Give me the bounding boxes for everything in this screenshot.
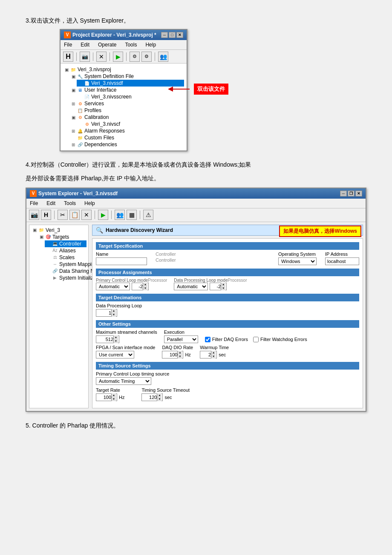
- sys-sep4: [140, 211, 140, 219]
- timeout-spin-up[interactable]: ▲: [157, 393, 161, 397]
- sys-run-btn[interactable]: ▶: [98, 210, 108, 220]
- tree-profiles[interactable]: 📋 Profiles: [70, 107, 184, 114]
- sys-del-btn[interactable]: ✕: [81, 210, 92, 220]
- sys-menu-help[interactable]: Help: [83, 199, 97, 207]
- expander-calibration: ▣: [70, 115, 77, 120]
- sys-people-btn[interactable]: 👥: [115, 210, 125, 220]
- trate-spin-down[interactable]: ▼: [111, 397, 116, 401]
- timeout-input[interactable]: [142, 395, 157, 400]
- daq-spin-up[interactable]: ▲: [177, 351, 182, 355]
- sys-tree-sysinit[interactable]: ▶ System Initialization: [45, 275, 86, 281]
- menu-tools[interactable]: Tools: [123, 41, 138, 49]
- sys-tree-veri3[interactable]: ▣ 📁 Veri_3: [31, 227, 86, 234]
- daq-rate-unit: Hz: [185, 352, 190, 357]
- tree-sdf[interactable]: ▣ 🔧 System Definition File: [70, 73, 184, 80]
- snap-button[interactable]: 📷: [80, 52, 90, 62]
- data-spin-down[interactable]: ▼: [221, 286, 225, 290]
- sys-menu-edit[interactable]: Edit: [45, 199, 57, 207]
- sys-tree-sysmapping[interactable]: ↔ System Mappings: [45, 261, 86, 268]
- maximize-button[interactable]: □: [169, 32, 176, 38]
- sys-close-btn[interactable]: ✕: [355, 191, 362, 197]
- sys-cut-btn[interactable]: ✂: [58, 210, 68, 220]
- save-button[interactable]: H: [63, 52, 73, 62]
- timeout-label: Timing Source Timeout: [141, 387, 190, 393]
- menu-help[interactable]: Help: [144, 41, 158, 49]
- tree-dependencies[interactable]: ⊞ 🔗 Dependencies: [70, 141, 184, 148]
- expander-alarm: ⊞: [70, 129, 77, 133]
- sys-menu-file[interactable]: File: [28, 199, 40, 207]
- daq-spin-down[interactable]: ▼: [177, 355, 182, 358]
- expander-screen: [77, 95, 84, 99]
- data-mode-select[interactable]: Automatic: [174, 283, 208, 290]
- sys-window-controls[interactable]: ─ ❐ ✕: [340, 191, 362, 197]
- sys-sep1: [54, 211, 55, 219]
- window-controls[interactable]: ─ □ ✕: [161, 32, 183, 38]
- dec-spin-up[interactable]: ▲: [111, 309, 116, 313]
- menubar: File Edit Operate Tools Help: [61, 40, 187, 50]
- decimation-val-input[interactable]: [96, 310, 111, 315]
- menu-file[interactable]: File: [62, 41, 74, 49]
- tree-calibration[interactable]: ▣ ⚙ Calibration: [70, 114, 184, 121]
- timeout-spin-down[interactable]: ▼: [157, 397, 161, 401]
- sys-copy-btn[interactable]: 📋: [69, 210, 80, 220]
- tree-services[interactable]: ⊞ ⚙ Services: [70, 100, 184, 107]
- ref-button1[interactable]: ⚙: [130, 52, 140, 62]
- step5-section: 5. Controller 的 Pharlap 使用情况。: [26, 422, 366, 430]
- filter-watchdog-checkbox[interactable]: [253, 337, 259, 342]
- sys-minimize-btn[interactable]: ─: [340, 191, 347, 197]
- warmup-spin-up[interactable]: ▲: [211, 351, 216, 355]
- menu-edit[interactable]: Edit: [79, 41, 91, 49]
- ip-input[interactable]: [325, 257, 359, 265]
- tree-custom[interactable]: 📁 Custom Files: [70, 134, 184, 141]
- sys-tb1[interactable]: 📷: [29, 210, 39, 220]
- sys-alert-btn[interactable]: ⚠: [143, 210, 153, 220]
- sys-menu-tools[interactable]: Tools: [62, 199, 78, 207]
- warmup-input[interactable]: [200, 352, 211, 357]
- target-rate-input[interactable]: [96, 395, 111, 400]
- daq-rate-input[interactable]: [162, 352, 177, 357]
- primary-spin-up[interactable]: ▲: [143, 283, 147, 286]
- ref-button2[interactable]: ⚙: [141, 52, 152, 62]
- sys-save-btn[interactable]: H: [41, 210, 51, 220]
- primary-mode-select[interactable]: Automatic: [96, 283, 130, 290]
- controller-label: Controller: [156, 251, 270, 257]
- trate-spin-up[interactable]: ▲: [111, 393, 116, 397]
- expander-nivscf: [77, 122, 84, 127]
- name-input[interactable]: [96, 257, 147, 265]
- max-channels-input[interactable]: [96, 337, 113, 342]
- minimize-button[interactable]: ─: [161, 32, 168, 38]
- ui-icon: 🖥: [77, 87, 84, 93]
- os-select[interactable]: Windows Pharlap: [278, 257, 317, 265]
- chan-spin-down[interactable]: ▼: [113, 339, 118, 343]
- run-button[interactable]: ▶: [113, 52, 123, 62]
- dec-spin-down[interactable]: ▼: [111, 313, 116, 317]
- sys-restore-btn[interactable]: ❐: [348, 191, 355, 197]
- sys-tree-datasharing[interactable]: 🔗 Data Sharing Network: [45, 268, 86, 275]
- people-button[interactable]: 👥: [158, 52, 168, 62]
- warmup-spin-down[interactable]: ▼: [211, 355, 216, 358]
- close-button[interactable]: ✕: [176, 32, 183, 38]
- sys-tree-targets[interactable]: ▣ 🎯 Targets: [38, 234, 86, 240]
- menu-operate[interactable]: Operate: [96, 41, 118, 49]
- filter-daq-checkbox[interactable]: [205, 337, 210, 342]
- sys-table-btn[interactable]: ▦: [127, 210, 137, 220]
- data-val-input[interactable]: [210, 284, 221, 289]
- step5-text: 5. Controller 的 Pharlap 使用情况。: [26, 422, 366, 430]
- sys-tree-scales[interactable]: ⚖ Scales: [45, 254, 86, 261]
- delete-button[interactable]: ✕: [96, 52, 107, 62]
- timing-source-select[interactable]: Automatic Timing: [96, 377, 151, 385]
- data-spin-up[interactable]: ▲: [221, 283, 225, 286]
- warmup-unit: sec: [219, 352, 226, 357]
- execution-select[interactable]: Parallel Sequential: [164, 335, 198, 343]
- tree-root[interactable]: ▣ 📁 Veri_3.nivsproj: [63, 66, 184, 73]
- tree-ui[interactable]: ▣ 🖥 User Interface: [70, 87, 184, 93]
- sys-tree-controller[interactable]: 💻 Controller: [45, 240, 86, 247]
- fpga-select[interactable]: Use current: [96, 351, 134, 358]
- tree-alarm[interactable]: ⊞ 🔔 Alarm Responses: [70, 127, 184, 134]
- chan-spin-up[interactable]: ▲: [113, 335, 118, 339]
- sys-tree-aliases[interactable]: Az Aliases: [45, 247, 86, 254]
- tree-nivscf[interactable]: ⚙ Veri_3.nivscf: [77, 121, 184, 127]
- primary-spin-down[interactable]: ▼: [143, 286, 147, 290]
- separator2: [93, 52, 93, 61]
- primary-val-input[interactable]: [132, 284, 143, 289]
